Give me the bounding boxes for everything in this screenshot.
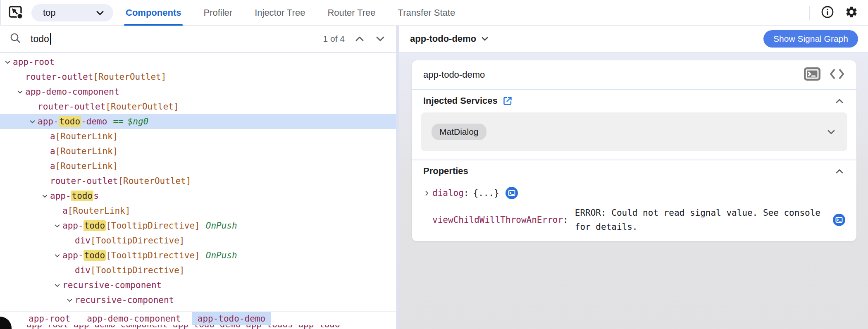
tree-row[interactable]: router-outlet[RouterOutlet] xyxy=(0,69,396,84)
tree-segment-match: todo xyxy=(71,191,94,201)
tree-segment-el: app- xyxy=(50,191,71,201)
injected-services-box: MatDialog xyxy=(421,112,847,151)
expand-chevron-icon[interactable] xyxy=(17,88,25,95)
previous-match-button[interactable] xyxy=(354,33,365,45)
component-menu-chevron-icon[interactable] xyxy=(480,34,489,43)
tab-injector-tree[interactable]: Injector Tree xyxy=(253,0,307,26)
show-signal-graph-button[interactable]: Show Signal Graph xyxy=(763,30,858,48)
injected-services-header[interactable]: Injected Services xyxy=(412,90,856,112)
property-value: {...} xyxy=(473,188,499,198)
selected-component-title: app-todo-demo xyxy=(410,33,476,44)
devtools-tabs: ComponentsProfilerInjector TreeRouter Tr… xyxy=(124,0,457,26)
tree-row[interactable]: app-todos xyxy=(0,188,396,203)
tree-segment-match: todo xyxy=(83,250,106,261)
tab-profiler[interactable]: Profiler xyxy=(202,0,234,26)
info-icon xyxy=(821,5,834,20)
tree-row[interactable]: app-root xyxy=(0,55,396,69)
service-chip[interactable]: MatDialog xyxy=(432,124,486,140)
toolbar-right xyxy=(809,5,868,20)
console-reference-icon[interactable] xyxy=(804,67,821,83)
tree-segment-el: div xyxy=(75,265,91,275)
property-value: ERROR: Could not read signal value. See … xyxy=(575,206,832,234)
tree-row[interactable]: app-todo[TooltipDirective]OnPush xyxy=(0,248,396,263)
details-card-title: app-todo-demo xyxy=(423,69,485,80)
component-tree: app-rootrouter-outlet[RouterOutlet]app-d… xyxy=(0,53,396,311)
info-button[interactable] xyxy=(821,5,834,20)
frame-selector-dropdown[interactable]: top xyxy=(31,4,113,21)
expand-chevron-icon[interactable] xyxy=(54,222,62,229)
injected-services-title: Injected Services xyxy=(423,95,498,106)
property-colon: : xyxy=(563,215,568,225)
tree-segment-el: a xyxy=(50,161,55,171)
expand-services-icon[interactable] xyxy=(826,126,837,137)
breadcrumb-item[interactable]: app-demo-component xyxy=(81,312,186,325)
tree-segment-match: todo xyxy=(83,220,106,231)
property-row: viewChildWillThrowAnError:ERROR: Could n… xyxy=(423,206,846,234)
tree-segment-el: a xyxy=(50,131,55,141)
tree-segment-el: router-outlet xyxy=(38,102,105,112)
tree-segment-ng0: $ng0 xyxy=(128,117,149,126)
log-to-console-icon[interactable] xyxy=(505,186,518,200)
expand-chevron-icon[interactable] xyxy=(29,118,38,125)
tree-segment-el: recursive-component xyxy=(62,280,162,290)
tree-row[interactable]: app-todo-demo==$ng0 xyxy=(0,114,396,129)
breadcrumb-item[interactable]: app-root xyxy=(23,312,76,325)
tree-row[interactable]: a[RouterLink] xyxy=(0,203,396,218)
next-match-button[interactable] xyxy=(374,33,386,45)
tab-transfer-state[interactable]: Transfer State xyxy=(396,0,457,26)
tree-row[interactable]: app-todo[TooltipDirective]OnPush xyxy=(0,218,396,233)
external-link-icon[interactable] xyxy=(503,96,513,106)
tree-row[interactable]: app-demo-component xyxy=(0,84,396,99)
tree-segment-dir: [TooltipDirective] xyxy=(91,236,185,246)
tree-segment-dir: [RouterLink] xyxy=(55,131,118,141)
tree-segment-dir: [RouterLink] xyxy=(55,161,118,171)
expand-chevron-icon[interactable] xyxy=(4,59,13,66)
expand-chevron-icon[interactable] xyxy=(54,282,62,289)
search-input[interactable]: todo xyxy=(31,33,49,45)
search-icon xyxy=(9,32,21,46)
tree-row[interactable]: recursive-component xyxy=(0,308,396,311)
tree-row[interactable]: div[TooltipDirective] xyxy=(0,263,396,278)
tab-router-tree[interactable]: Router Tree xyxy=(326,0,377,26)
property-name: viewChildWillThrowAnError xyxy=(432,215,563,225)
tree-segment-onpush: OnPush xyxy=(206,221,237,231)
tree-row[interactable]: a[RouterLink] xyxy=(0,159,396,174)
log-to-console-icon[interactable] xyxy=(832,213,846,226)
properties-header[interactable]: Properties xyxy=(412,160,856,182)
tree-row[interactable]: recursive-component xyxy=(0,278,396,293)
search-result-count: 1 of 4 xyxy=(323,34,345,44)
inspector-header: app-todo-demo Show Signal Graph xyxy=(399,26,868,53)
expand-chevron-icon[interactable] xyxy=(41,193,50,200)
breadcrumb-item[interactable]: app-todo-demo xyxy=(192,312,271,325)
collapse-section-icon[interactable] xyxy=(834,166,845,176)
tree-segment-el: a xyxy=(50,146,55,156)
tree-segment-match: todo xyxy=(59,116,81,127)
toolbar-divider xyxy=(809,6,810,20)
tree-segment-el: app-demo-component xyxy=(25,87,119,97)
tab-components[interactable]: Components xyxy=(124,0,183,26)
settings-button[interactable] xyxy=(845,5,858,20)
tree-segment-dir: [TooltipDirective] xyxy=(91,265,185,275)
tree-row[interactable]: recursive-component xyxy=(0,293,396,308)
expand-property-icon[interactable] xyxy=(423,190,432,197)
collapse-section-icon[interactable] xyxy=(834,95,845,106)
tree-row[interactable]: a[RouterLink] xyxy=(0,144,396,159)
tree-row[interactable]: router-outlet[RouterOutlet] xyxy=(0,174,396,188)
property-row: dialog:{...} xyxy=(423,184,846,203)
view-source-icon[interactable] xyxy=(829,68,845,81)
tree-segment-el: recursive-component xyxy=(75,295,174,305)
tree-row[interactable]: a[RouterLink] xyxy=(0,129,396,144)
tree-row[interactable]: router-outlet[RouterOutlet] xyxy=(0,99,396,114)
details-card-header: app-todo-demo xyxy=(412,60,856,89)
tree-row[interactable]: div[TooltipDirective] xyxy=(0,233,396,248)
expand-chevron-icon[interactable] xyxy=(66,297,75,304)
inspect-element-button[interactable] xyxy=(7,5,24,21)
tree-segment-el: -demo xyxy=(81,117,107,126)
tree-segment-el: app-root xyxy=(13,57,55,67)
component-search-bar: todo 1 of 4 xyxy=(0,26,396,53)
panel-resize-handle[interactable] xyxy=(396,26,399,329)
inspector-panel: app-todo-demo Show Signal Graph app-todo… xyxy=(399,26,868,329)
tree-segment-dir: [RouterOutlet] xyxy=(93,72,166,82)
expand-chevron-icon[interactable] xyxy=(54,252,62,259)
tree-segment-dir: [TooltipDirective] xyxy=(106,221,200,231)
